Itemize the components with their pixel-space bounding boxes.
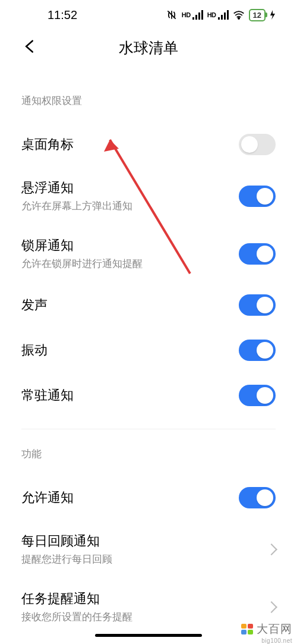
toggle-desktop-badge[interactable] [239, 134, 276, 155]
svg-rect-2 [198, 12, 200, 20]
svg-rect-1 [195, 15, 197, 20]
charging-icon [270, 10, 276, 20]
watermark: 大百网 [241, 621, 292, 637]
home-indicator[interactable] [95, 634, 202, 637]
row-title: 锁屏通知 [21, 237, 239, 255]
row-subtitle: 接收您所设置的任务提醒 [21, 610, 267, 624]
toggle-allow-notification[interactable] [239, 487, 276, 508]
svg-rect-4 [218, 17, 220, 20]
svg-rect-5 [221, 15, 223, 20]
back-arrow-icon [21, 38, 38, 55]
row-desktop-badge[interactable]: 桌面角标 [21, 122, 276, 167]
toggle-sound[interactable] [239, 294, 276, 316]
toggle-float-notification[interactable] [239, 186, 276, 207]
row-persistent[interactable]: 常驻通知 [21, 373, 276, 418]
chevron-right-icon [266, 544, 277, 555]
status-time: 11:52 [48, 8, 77, 22]
row-sound[interactable]: 发声 [21, 282, 276, 328]
battery-indicator: 12 [249, 9, 266, 21]
hd-label-1: HD [182, 11, 191, 18]
content: 通知权限设置 桌面角标 悬浮通知 允许在屏幕上方弹出通知 锁屏通知 允许在锁屏时… [0, 94, 297, 644]
row-title: 每日回顾通知 [21, 532, 267, 550]
signal-icon-2 [218, 10, 229, 20]
row-task-reminder[interactable]: 任务提醒通知 接收您所设置的任务提醒 [21, 578, 276, 636]
row-allow-notification[interactable]: 允许通知 [21, 475, 276, 520]
svg-rect-6 [224, 12, 226, 20]
row-title: 发声 [21, 296, 239, 314]
back-button[interactable] [21, 38, 38, 57]
status-bar: 11:52 HD HD 12 [0, 0, 297, 30]
svg-rect-3 [201, 10, 203, 20]
toggle-lock-notification[interactable] [239, 243, 276, 265]
row-float-notification[interactable]: 悬浮通知 允许在屏幕上方弹出通知 [21, 167, 276, 225]
row-title: 允许通知 [21, 489, 239, 507]
row-title: 振动 [21, 341, 239, 359]
watermark-url: big100.net [261, 637, 292, 644]
page-title: 水球清单 [0, 38, 297, 58]
svg-point-8 [238, 18, 239, 20]
row-title: 常驻通知 [21, 387, 239, 404]
status-icons: HD HD 12 [166, 9, 276, 21]
row-subtitle: 提醒您进行每日回顾 [21, 552, 267, 566]
row-daily-review[interactable]: 每日回顾通知 提醒您进行每日回顾 [21, 520, 276, 578]
chevron-right-icon [266, 601, 277, 613]
divider [21, 429, 276, 429]
watermark-text: 大百网 [257, 621, 292, 637]
header: 水球清单 [0, 30, 297, 65]
row-vibrate[interactable]: 振动 [21, 328, 276, 373]
svg-rect-0 [192, 17, 194, 20]
svg-rect-7 [227, 10, 229, 20]
toggle-persistent[interactable] [239, 385, 276, 406]
watermark-icon [241, 624, 253, 634]
wifi-icon [233, 10, 245, 20]
section-notification-permissions: 通知权限设置 [21, 94, 276, 108]
toggle-vibrate[interactable] [239, 340, 276, 361]
row-lock-notification[interactable]: 锁屏通知 允许在锁屏时进行通知提醒 [21, 225, 276, 282]
row-title: 任务提醒通知 [21, 590, 267, 608]
row-title: 桌面角标 [21, 136, 239, 153]
mute-icon [166, 9, 178, 21]
row-subtitle: 允许在锁屏时进行通知提醒 [21, 257, 239, 271]
section-function: 功能 [21, 447, 276, 461]
hd-label-2: HD [207, 11, 216, 18]
row-subtitle: 允许在屏幕上方弹出通知 [21, 199, 239, 213]
signal-icon-1 [192, 10, 203, 20]
row-title: 悬浮通知 [21, 179, 239, 197]
